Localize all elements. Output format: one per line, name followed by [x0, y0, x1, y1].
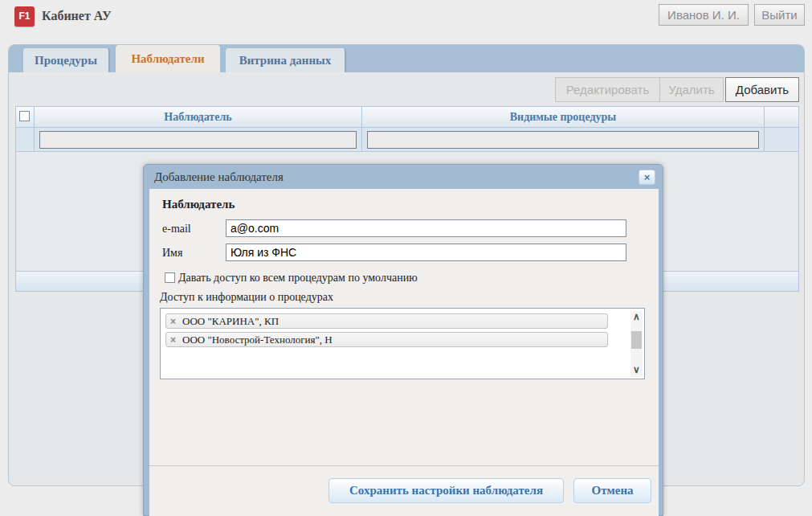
email-field[interactable] [226, 219, 626, 237]
tab-bar: Процедуры Наблюдатели Витрина данных [9, 45, 804, 72]
close-icon[interactable]: × [639, 170, 655, 185]
selected-procedure-label: ООО "КАРИНА", КП [182, 315, 279, 327]
observer-filter-input[interactable] [39, 131, 357, 149]
dialog-title: Добавление наблюдателя [154, 170, 284, 184]
column-header-visible-procedures[interactable]: Видимые процедуры [362, 107, 765, 127]
add-button[interactable]: Добавить [725, 77, 799, 102]
app-title: Кабинет АУ [42, 9, 112, 23]
user-account-button[interactable]: Иванов И. И. [659, 4, 749, 26]
selected-procedure-tag: × ООО "Новострой-Технология", Н [165, 332, 608, 347]
logout-button[interactable]: Выйти [754, 4, 805, 26]
dialog-body: Наблюдатель e-mail Имя Давать доступ ко … [149, 189, 659, 516]
default-access-checkbox[interactable] [165, 272, 175, 283]
add-observer-dialog: Добавление наблюдателя × Наблюдатель e-m… [143, 164, 663, 516]
selected-procedure-tag: × ООО "КАРИНА", КП [165, 313, 608, 329]
default-access-label: Давать доступ ко всем процедурам по умол… [178, 272, 418, 284]
filter-spacer-cell-right [765, 128, 798, 151]
remove-tag-icon[interactable]: × [170, 334, 176, 347]
listbox-scrollbar: ∧ ∨ [630, 311, 643, 377]
email-label: e-mail [162, 223, 191, 235]
app-header: F1 Кабинет АУ Иванов И. И. Выйти [0, 0, 812, 34]
default-access-row: Давать доступ ко всем процедурам по умол… [165, 270, 418, 285]
tab-procedures[interactable]: Процедуры [23, 48, 110, 72]
tab-observers[interactable]: Наблюдатели [116, 45, 220, 72]
footer-divider [149, 465, 659, 466]
procedures-multiselect[interactable]: × ООО "КАРИНА", КП × ООО "Новострой-Техн… [160, 308, 645, 379]
filter-spacer-cell [16, 128, 35, 151]
delete-button[interactable]: Удалить [659, 77, 724, 102]
selected-procedure-label: ООО "Новострой-Технология", Н [182, 334, 333, 346]
scroll-up-icon[interactable]: ∧ [630, 311, 643, 324]
procedures-access-label: Доступ к информации о процедурах [160, 291, 333, 304]
table-header-row: Наблюдатель Видимые процедуры [16, 107, 798, 127]
cancel-button[interactable]: Отмена [573, 478, 651, 503]
name-label: Имя [162, 247, 182, 260]
table-filter-row [16, 127, 798, 152]
select-all-checkbox[interactable] [19, 111, 30, 121]
remove-tag-icon[interactable]: × [170, 315, 176, 329]
observer-section-title: Наблюдатель [162, 198, 235, 211]
column-header-observer[interactable]: Наблюдатель [35, 107, 362, 127]
scrollbar-thumb[interactable] [631, 331, 642, 349]
app-logo-icon: F1 [14, 6, 35, 27]
procedures-filter-input[interactable] [367, 131, 759, 149]
filter-cell-observer [35, 128, 362, 151]
name-field[interactable] [226, 244, 626, 261]
scroll-down-icon[interactable]: ∨ [630, 364, 643, 377]
tab-data-showcase[interactable]: Витрина данных [226, 48, 346, 72]
select-all-cell [16, 107, 35, 127]
column-header-spacer [765, 107, 798, 127]
edit-button[interactable]: Редактировать [555, 77, 660, 102]
save-observer-settings-button[interactable]: Сохранить настройки наблюдателя [328, 478, 564, 503]
filter-cell-procedures [362, 128, 765, 151]
